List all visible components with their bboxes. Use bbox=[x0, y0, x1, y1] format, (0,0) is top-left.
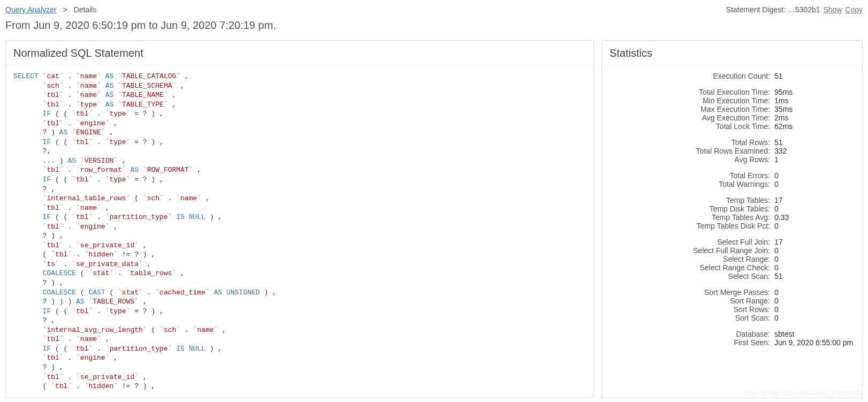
stat-value: 0 bbox=[774, 255, 855, 263]
stat-value: 0 bbox=[774, 222, 855, 230]
stat-label: Total Execution Time: bbox=[610, 88, 770, 96]
stat-value: 35ms bbox=[774, 105, 855, 113]
stats-group: Total Rows:51Total Rows Examined:332Avg … bbox=[610, 138, 855, 164]
stat-value: 1 bbox=[774, 155, 855, 164]
stat-value: 51 bbox=[774, 272, 855, 280]
statement-digest: Statement Digest: …5302b1 Show Copy bbox=[726, 5, 863, 14]
stat-label: Total Errors: bbox=[610, 171, 770, 180]
stats-group: Temp Tables:17Temp Disk Tables:0Temp Tab… bbox=[610, 196, 855, 230]
digest-copy-link[interactable]: Copy bbox=[845, 5, 863, 14]
stat-value: 332 bbox=[774, 147, 855, 155]
stat-row: Sort Rows:0 bbox=[610, 305, 855, 314]
breadcrumb: Query Analyzer > Details bbox=[5, 5, 96, 14]
stats-group: Total Execution Time:95msMin Execution T… bbox=[610, 88, 855, 131]
stat-value: 51 bbox=[774, 72, 855, 80]
stat-label: Total Rows: bbox=[610, 138, 770, 147]
stat-label: Min Execution Time: bbox=[610, 96, 770, 105]
date-range: From Jun 9, 2020 6:50:19 pm to Jun 9, 20… bbox=[5, 19, 863, 32]
stats-panel: Statistics Execution Count:51Total Execu… bbox=[601, 40, 863, 398]
stat-value: 0 bbox=[774, 314, 855, 322]
stat-row: Total Errors:0 bbox=[610, 171, 855, 180]
stat-label: Select Scan: bbox=[610, 272, 770, 280]
stat-row: Total Rows Examined:332 bbox=[610, 147, 855, 155]
stat-value: 0 bbox=[774, 171, 855, 180]
stat-label: Sort Scan: bbox=[610, 314, 770, 322]
stat-value: 51 bbox=[774, 138, 855, 147]
stat-row: Database:sbtest bbox=[610, 330, 855, 338]
stat-label: Select Full Range Join: bbox=[610, 246, 770, 255]
stat-value: 0 bbox=[774, 297, 855, 305]
stat-value: 62ms bbox=[774, 122, 855, 131]
stat-row: Temp Tables Disk Pct:0 bbox=[610, 222, 855, 230]
stats-group: Select Full Join:17Select Full Range Joi… bbox=[610, 238, 855, 280]
stat-label: First Seen: bbox=[610, 338, 770, 347]
stats-group: Total Errors:0Total Warnings:0 bbox=[610, 171, 855, 188]
stats-group: Execution Count:51 bbox=[610, 72, 855, 80]
stat-label: Max Execution Time: bbox=[610, 105, 770, 113]
stats-group: Database:sbtestFirst Seen:Jun 9, 2020 6:… bbox=[610, 330, 855, 347]
stat-label: Sort Rows: bbox=[610, 305, 770, 314]
stat-label: Sort Merge Passes: bbox=[610, 288, 770, 297]
stat-row: Sort Merge Passes:0 bbox=[610, 288, 855, 297]
stats-panel-title: Statistics bbox=[602, 41, 862, 65]
stat-label: Avg Execution Time: bbox=[610, 113, 770, 122]
stat-row: Sort Scan:0 bbox=[610, 314, 855, 322]
stat-label: Select Range: bbox=[610, 255, 770, 263]
stat-value: 0 bbox=[774, 180, 855, 188]
stat-value: 1ms bbox=[774, 96, 855, 105]
breadcrumb-root-link[interactable]: Query Analyzer bbox=[5, 5, 57, 14]
stat-label: Total Warnings: bbox=[610, 180, 770, 188]
digest-label: Statement Digest: bbox=[726, 5, 786, 14]
stat-label: Database: bbox=[610, 330, 770, 338]
stat-value: 17 bbox=[774, 196, 855, 204]
stat-value: 95ms bbox=[774, 88, 855, 96]
stat-label: Select Full Join: bbox=[610, 238, 770, 246]
stat-row: Min Execution Time:1ms bbox=[610, 96, 855, 105]
stat-row: Temp Tables:17 bbox=[610, 196, 855, 204]
stat-row: Temp Disk Tables:0 bbox=[610, 204, 855, 213]
stat-row: Avg Execution Time:2ms bbox=[610, 113, 855, 122]
breadcrumb-current: Details bbox=[74, 5, 97, 14]
stat-value: Jun 9, 2020 6:55:00 pm bbox=[774, 338, 855, 347]
stat-label: Temp Tables Avg: bbox=[610, 213, 770, 222]
digest-show-link[interactable]: Show bbox=[823, 5, 842, 14]
stat-value: 17 bbox=[774, 238, 855, 246]
stat-label: Temp Disk Tables: bbox=[610, 204, 770, 213]
stat-value: 0 bbox=[774, 263, 855, 272]
stat-value: 0 bbox=[774, 204, 855, 213]
stat-row: Avg Rows:1 bbox=[610, 155, 855, 164]
stat-row: Select Full Range Join:0 bbox=[610, 246, 855, 255]
stat-value: 0 bbox=[774, 288, 855, 297]
stat-row: Execution Count:51 bbox=[610, 72, 855, 80]
stat-row: Total Lock Time:62ms bbox=[610, 122, 855, 131]
sql-statement: SELECT `cat` . `name` AS `TABLE_CATALOG`… bbox=[13, 72, 586, 391]
stat-label: Select Range Check: bbox=[610, 263, 770, 272]
stat-label: Avg Rows: bbox=[610, 155, 770, 164]
breadcrumb-sep-icon: > bbox=[63, 5, 67, 14]
stat-row: Max Execution Time:35ms bbox=[610, 105, 855, 113]
sql-panel: Normalized SQL Statement SELECT `cat` . … bbox=[5, 40, 594, 398]
digest-value: …5302b1 bbox=[788, 5, 820, 14]
stat-value: 0.33 bbox=[774, 213, 855, 222]
stat-row: First Seen:Jun 9, 2020 6:55:00 pm bbox=[610, 338, 855, 347]
stats-group: Sort Merge Passes:0Sort Range:0Sort Rows… bbox=[610, 288, 855, 322]
stat-value: 0 bbox=[774, 305, 855, 314]
stat-label: Total Lock Time: bbox=[610, 122, 770, 131]
stat-row: Select Scan:51 bbox=[610, 272, 855, 280]
sql-panel-title: Normalized SQL Statement bbox=[6, 41, 593, 65]
stat-row: Total Execution Time:95ms bbox=[610, 88, 855, 96]
stat-value: sbtest bbox=[774, 330, 855, 338]
stat-value: 0 bbox=[774, 246, 855, 255]
stat-row: Select Range:0 bbox=[610, 255, 855, 263]
stat-row: Select Full Join:17 bbox=[610, 238, 855, 246]
stat-label: Temp Tables: bbox=[610, 196, 770, 204]
stat-label: Temp Tables Disk Pct: bbox=[610, 222, 770, 230]
stat-row: Total Rows:51 bbox=[610, 138, 855, 147]
stat-row: Select Range Check:0 bbox=[610, 263, 855, 272]
stat-label: Total Rows Examined: bbox=[610, 147, 770, 155]
stat-row: Total Warnings:0 bbox=[610, 180, 855, 188]
stat-row: Sort Range:0 bbox=[610, 297, 855, 305]
stat-row: Temp Tables Avg:0.33 bbox=[610, 213, 855, 222]
stat-value: 2ms bbox=[774, 113, 855, 122]
stat-label: Sort Range: bbox=[610, 297, 770, 305]
